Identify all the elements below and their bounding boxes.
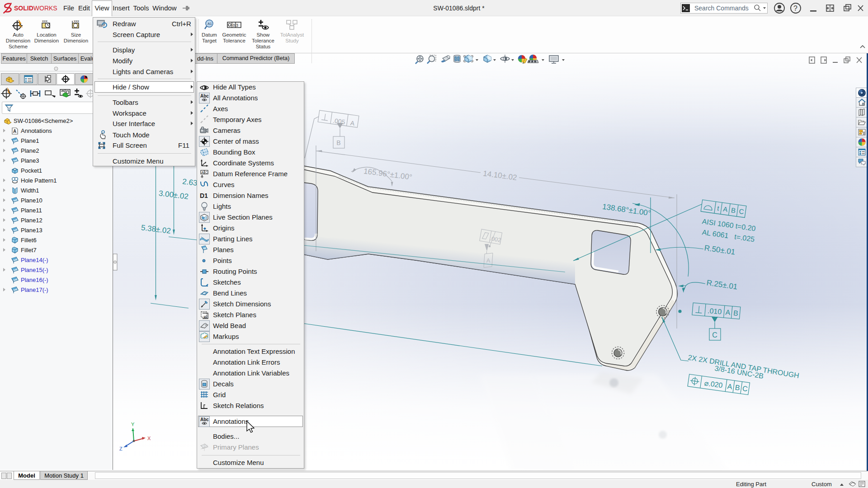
svg-text:Abc: Abc: [200, 417, 209, 422]
svg-text:A: A: [202, 170, 204, 174]
svg-text:D1: D1: [200, 192, 208, 199]
svg-text:3D: 3D: [203, 315, 208, 319]
svg-text:A: A: [13, 129, 16, 134]
svg-text:0.3: 0.3: [233, 23, 238, 28]
svg-text:Abc: Abc: [200, 94, 209, 99]
svg-text:xxx: xxx: [42, 19, 47, 23]
svg-text:?: ?: [793, 5, 797, 12]
svg-text:A1: A1: [208, 22, 212, 26]
svg-text:SOLIDWORKS: SOLIDWORKS: [14, 5, 57, 12]
svg-text:C: C: [205, 170, 208, 174]
svg-text:xxx: xxx: [74, 19, 79, 23]
